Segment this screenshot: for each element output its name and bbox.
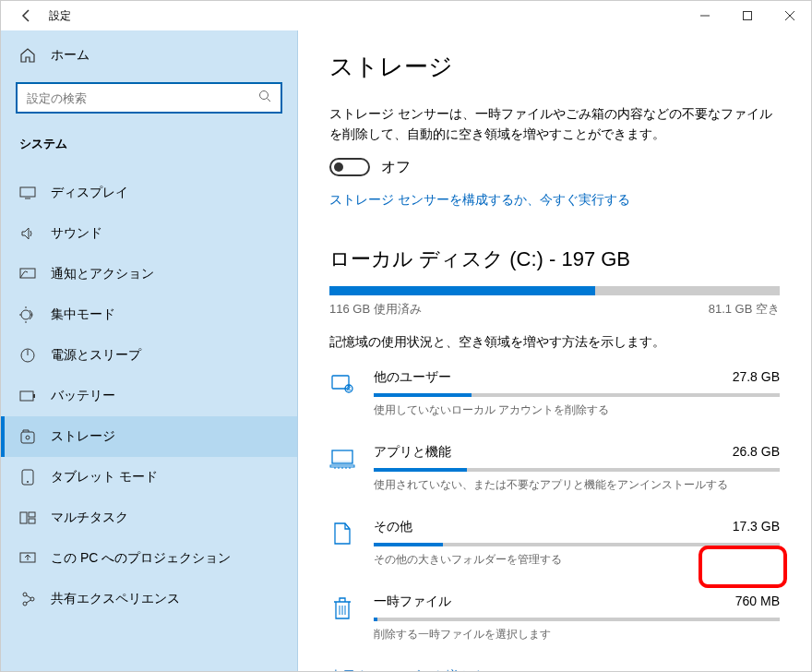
sidebar-item-9[interactable]: この PC へのプロジェクション: [1, 538, 297, 579]
svg-rect-31: [330, 465, 354, 467]
storage-sense-toggle[interactable]: オフ: [329, 158, 780, 177]
sidebar-item-6[interactable]: ストレージ: [1, 416, 297, 457]
sidebar-item-10[interactable]: 共有エクスペリエンス: [1, 579, 297, 619]
sidebar-item-label: この PC へのプロジェクション: [51, 550, 231, 567]
other-icon: [329, 521, 355, 546]
category-name: アプリと機能: [374, 444, 451, 461]
close-button[interactable]: [769, 1, 811, 30]
category-bar: [374, 618, 780, 621]
svg-rect-19: [29, 519, 35, 523]
sidebar-home-label: ホーム: [51, 47, 90, 64]
temp-files-icon: [329, 595, 355, 621]
svg-rect-13: [33, 394, 35, 398]
svg-line-25: [27, 600, 31, 603]
svg-line-5: [268, 99, 271, 102]
minimize-button[interactable]: [684, 1, 726, 30]
svg-point-9: [21, 310, 30, 319]
category-subtitle: 使用されていない、または不要なアプリと機能をアンインストールする: [374, 477, 780, 493]
disk-free-label: 81.1 GB 空き: [709, 301, 780, 318]
storage-category[interactable]: アプリと機能26.8 GB使用されていない、または不要なアプリと機能をアンインス…: [329, 444, 780, 493]
search-input[interactable]: [16, 82, 282, 114]
home-icon: [19, 47, 36, 64]
page-heading: ストレージ: [329, 51, 780, 83]
category-size: 27.8 GB: [733, 369, 780, 386]
category-name: 一時ファイル: [374, 594, 451, 610]
sidebar-item-label: サウンド: [51, 225, 102, 242]
sidebar-item-1[interactable]: サウンド: [1, 213, 297, 254]
search-field[interactable]: [27, 91, 258, 105]
category-name: その他: [374, 519, 412, 535]
notifications-icon: [19, 266, 36, 282]
sidebar-item-3[interactable]: 集中モード: [1, 294, 297, 335]
tablet-icon: [19, 469, 36, 486]
sidebar-item-4[interactable]: 電源とスリープ: [1, 335, 297, 376]
sidebar: ホーム システム ディスプレイサウンド通知とアクション集中モード電源とスリープバ…: [1, 30, 298, 671]
disk-usage-bar: [329, 286, 780, 295]
sidebar-item-7[interactable]: タブレット モード: [1, 457, 297, 498]
disk-desc: 記憶域の使用状況と、空き領域を増やす方法を示します。: [329, 334, 780, 351]
sidebar-item-label: ディスプレイ: [51, 185, 128, 201]
search-icon: [258, 90, 271, 106]
multitask-icon: [19, 510, 36, 526]
disk-used-label: 116 GB 使用済み: [329, 301, 422, 318]
storage-icon: [19, 428, 36, 445]
svg-rect-12: [20, 391, 33, 401]
titlebar: 設定: [1, 1, 811, 30]
storage-sense-desc: ストレージ センサーは、一時ファイルやごみ箱の内容などの不要なファイルを削除して…: [329, 103, 780, 145]
back-button[interactable]: [12, 8, 42, 23]
configure-sense-link[interactable]: ストレージ センサーを構成するか、今すぐ実行する: [329, 192, 780, 209]
sidebar-item-label: 電源とスリープ: [51, 347, 141, 364]
svg-rect-6: [20, 187, 35, 197]
category-bar: [374, 393, 780, 397]
sidebar-item-label: 通知とアクション: [51, 266, 154, 282]
sidebar-nav: ディスプレイサウンド通知とアクション集中モード電源とスリープバッテリーストレージ…: [1, 173, 297, 619]
category-size: 17.3 GB: [733, 519, 780, 535]
svg-rect-17: [20, 512, 27, 523]
battery-icon: [19, 388, 36, 404]
content-pane: ストレージ ストレージ センサーは、一時ファイルやごみ箱の内容などの不要なファイ…: [298, 30, 811, 671]
category-subtitle: 使用していないローカル アカウントを削除する: [374, 402, 780, 418]
category-bar: [374, 468, 780, 472]
sidebar-item-label: 集中モード: [51, 306, 115, 323]
sidebar-item-8[interactable]: マルチタスク: [1, 498, 297, 538]
sidebar-item-label: タブレット モード: [51, 469, 158, 486]
disk-title: ローカル ディスク (C:) - 197 GB: [329, 246, 780, 273]
sidebar-item-label: 共有エクスペリエンス: [51, 591, 180, 607]
sidebar-item-label: マルチタスク: [51, 510, 128, 526]
focus-icon: [19, 306, 36, 323]
other-users-icon: [329, 371, 355, 397]
category-size: 26.8 GB: [733, 444, 780, 461]
sidebar-section: システム: [1, 123, 297, 162]
svg-line-24: [27, 595, 31, 598]
svg-rect-8: [20, 269, 35, 278]
category-name: 他のユーザー: [374, 369, 451, 386]
storage-category[interactable]: 一時ファイル760 MB削除する一時ファイルを選択します: [329, 594, 780, 642]
sidebar-item-0[interactable]: ディスプレイ: [1, 173, 297, 213]
svg-rect-1: [744, 12, 752, 20]
apps-icon: [329, 446, 355, 472]
category-size: 760 MB: [735, 594, 780, 610]
category-subtitle: 削除する一時ファイルを選択します: [374, 627, 780, 642]
toggle-switch-icon[interactable]: [329, 158, 370, 176]
storage-category[interactable]: 他のユーザー27.8 GB使用していないローカル アカウントを削除する: [329, 369, 780, 418]
power-icon: [19, 347, 36, 364]
share-icon: [19, 591, 36, 607]
window-title: 設定: [49, 8, 684, 24]
sound-icon: [19, 225, 36, 242]
show-more-categories-link[interactable]: 表示するカテゴリを増やす: [329, 668, 780, 671]
sidebar-item-label: バッテリー: [51, 388, 115, 404]
svg-rect-30: [332, 461, 352, 463]
svg-point-4: [260, 91, 269, 100]
maximize-button[interactable]: [726, 1, 769, 30]
sidebar-item-5[interactable]: バッテリー: [1, 376, 297, 416]
svg-rect-18: [29, 512, 35, 517]
toggle-label: オフ: [381, 158, 411, 177]
disk-usage-fill: [329, 286, 595, 295]
highlight-annotation: [699, 546, 787, 588]
svg-point-16: [27, 481, 29, 483]
svg-point-14: [26, 436, 30, 439]
projection-icon: [19, 550, 36, 567]
sidebar-home[interactable]: ホーム: [1, 38, 297, 73]
display-icon: [19, 185, 36, 201]
sidebar-item-2[interactable]: 通知とアクション: [1, 254, 297, 294]
